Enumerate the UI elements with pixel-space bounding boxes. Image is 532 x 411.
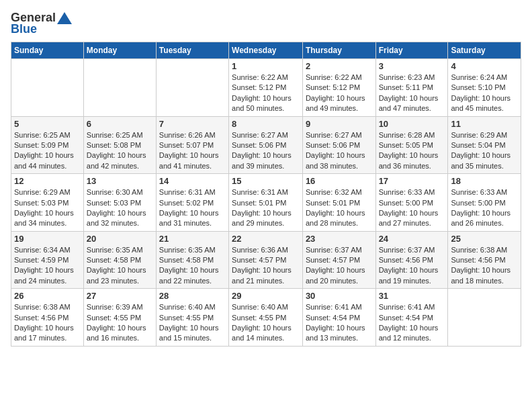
- calendar-cell: 1Sunrise: 6:22 AM Sunset: 5:12 PM Daylig…: [229, 59, 303, 117]
- day-info: Sunrise: 6:41 AM Sunset: 4:54 PM Dayligh…: [379, 302, 445, 344]
- day-info: Sunrise: 6:25 AM Sunset: 5:08 PM Dayligh…: [87, 130, 153, 172]
- day-info: Sunrise: 6:39 AM Sunset: 4:55 PM Dayligh…: [87, 302, 153, 344]
- weekday-header-cell: Thursday: [302, 42, 375, 59]
- svg-marker-0: [57, 12, 72, 24]
- calendar-cell: 26Sunrise: 6:38 AM Sunset: 4:56 PM Dayli…: [11, 289, 84, 347]
- weekday-header-cell: Sunday: [11, 42, 84, 59]
- day-info: Sunrise: 6:29 AM Sunset: 5:04 PM Dayligh…: [451, 130, 518, 172]
- calendar-cell: 19Sunrise: 6:34 AM Sunset: 4:59 PM Dayli…: [11, 231, 84, 289]
- weekday-header-cell: Saturday: [448, 42, 521, 59]
- calendar-cell: [448, 289, 521, 347]
- calendar-cell: 12Sunrise: 6:29 AM Sunset: 5:03 PM Dayli…: [11, 174, 84, 232]
- calendar-cell: 20Sunrise: 6:35 AM Sunset: 4:58 PM Dayli…: [83, 231, 156, 289]
- day-number: 9: [306, 119, 373, 129]
- day-info: Sunrise: 6:24 AM Sunset: 5:10 PM Dayligh…: [451, 73, 518, 114]
- calendar-cell: 10Sunrise: 6:28 AM Sunset: 5:05 PM Dayli…: [375, 116, 448, 174]
- day-info: Sunrise: 6:29 AM Sunset: 5:03 PM Dayligh…: [14, 187, 81, 229]
- calendar-cell: 14Sunrise: 6:31 AM Sunset: 5:02 PM Dayli…: [156, 174, 228, 232]
- calendar-week-row: 12Sunrise: 6:29 AM Sunset: 5:03 PM Dayli…: [11, 174, 521, 232]
- day-info: Sunrise: 6:34 AM Sunset: 4:59 PM Dayligh…: [14, 245, 81, 287]
- calendar-week-row: 26Sunrise: 6:38 AM Sunset: 4:56 PM Dayli…: [11, 289, 521, 347]
- day-number: 17: [379, 176, 445, 186]
- calendar-cell: [156, 59, 228, 117]
- day-number: 11: [451, 119, 518, 129]
- day-number: 2: [306, 61, 373, 71]
- day-info: Sunrise: 6:31 AM Sunset: 5:02 PM Dayligh…: [159, 187, 226, 229]
- day-number: 24: [379, 234, 445, 244]
- calendar-cell: 25Sunrise: 6:38 AM Sunset: 4:56 PM Dayli…: [448, 231, 521, 289]
- day-info: Sunrise: 6:28 AM Sunset: 5:05 PM Dayligh…: [379, 130, 445, 172]
- day-number: 31: [379, 291, 445, 301]
- day-info: Sunrise: 6:26 AM Sunset: 5:07 PM Dayligh…: [159, 130, 226, 172]
- calendar-cell: 11Sunrise: 6:29 AM Sunset: 5:04 PM Dayli…: [448, 116, 521, 174]
- weekday-header-row: SundayMondayTuesdayWednesdayThursdayFrid…: [11, 42, 521, 59]
- calendar-week-row: 1Sunrise: 6:22 AM Sunset: 5:12 PM Daylig…: [11, 59, 521, 117]
- calendar-cell: 5Sunrise: 6:25 AM Sunset: 5:09 PM Daylig…: [11, 116, 84, 174]
- day-info: Sunrise: 6:32 AM Sunset: 5:01 PM Dayligh…: [306, 187, 373, 229]
- calendar-table: SundayMondayTuesdayWednesdayThursdayFrid…: [11, 42, 521, 347]
- day-number: 22: [232, 234, 300, 244]
- logo-triangle-icon: [57, 12, 72, 24]
- calendar-cell: 9Sunrise: 6:27 AM Sunset: 5:06 PM Daylig…: [302, 116, 375, 174]
- calendar-cell: 27Sunrise: 6:39 AM Sunset: 4:55 PM Dayli…: [83, 289, 156, 347]
- logo-blue-text: Blue: [11, 22, 37, 36]
- calendar-cell: 16Sunrise: 6:32 AM Sunset: 5:01 PM Dayli…: [302, 174, 375, 232]
- calendar-cell: 21Sunrise: 6:35 AM Sunset: 4:58 PM Dayli…: [156, 231, 228, 289]
- calendar-cell: 4Sunrise: 6:24 AM Sunset: 5:10 PM Daylig…: [448, 59, 521, 117]
- day-number: 10: [379, 119, 445, 129]
- calendar-cell: 24Sunrise: 6:37 AM Sunset: 4:56 PM Dayli…: [375, 231, 448, 289]
- day-number: 27: [87, 291, 153, 301]
- calendar-cell: 6Sunrise: 6:25 AM Sunset: 5:08 PM Daylig…: [83, 116, 156, 174]
- calendar-week-row: 19Sunrise: 6:34 AM Sunset: 4:59 PM Dayli…: [11, 231, 521, 289]
- day-info: Sunrise: 6:35 AM Sunset: 4:58 PM Dayligh…: [87, 245, 153, 287]
- calendar-cell: 17Sunrise: 6:33 AM Sunset: 5:00 PM Dayli…: [375, 174, 448, 232]
- day-number: 8: [232, 119, 300, 129]
- day-number: 19: [14, 234, 81, 244]
- calendar-body: 1Sunrise: 6:22 AM Sunset: 5:12 PM Daylig…: [11, 59, 521, 347]
- day-info: Sunrise: 6:23 AM Sunset: 5:11 PM Dayligh…: [379, 73, 445, 114]
- day-number: 26: [14, 291, 81, 301]
- calendar-cell: 2Sunrise: 6:22 AM Sunset: 5:12 PM Daylig…: [302, 59, 375, 117]
- weekday-header-cell: Friday: [375, 42, 448, 59]
- day-number: 23: [306, 234, 373, 244]
- weekday-header-cell: Wednesday: [229, 42, 303, 59]
- logo: General Blue: [11, 11, 72, 36]
- calendar-cell: [83, 59, 156, 117]
- calendar-cell: 28Sunrise: 6:40 AM Sunset: 4:55 PM Dayli…: [156, 289, 228, 347]
- calendar-cell: 8Sunrise: 6:27 AM Sunset: 5:06 PM Daylig…: [229, 116, 303, 174]
- day-info: Sunrise: 6:25 AM Sunset: 5:09 PM Dayligh…: [14, 130, 81, 172]
- day-number: 21: [159, 234, 226, 244]
- calendar-cell: 29Sunrise: 6:40 AM Sunset: 4:55 PM Dayli…: [229, 289, 303, 347]
- day-info: Sunrise: 6:37 AM Sunset: 4:56 PM Dayligh…: [379, 245, 445, 287]
- day-number: 7: [159, 119, 226, 129]
- day-info: Sunrise: 6:40 AM Sunset: 4:55 PM Dayligh…: [159, 302, 226, 344]
- day-number: 4: [451, 61, 518, 71]
- day-info: Sunrise: 6:38 AM Sunset: 4:56 PM Dayligh…: [451, 245, 518, 287]
- day-info: Sunrise: 6:27 AM Sunset: 5:06 PM Dayligh…: [306, 130, 373, 172]
- day-number: 30: [306, 291, 373, 301]
- day-number: 13: [87, 176, 153, 186]
- calendar-cell: 13Sunrise: 6:30 AM Sunset: 5:03 PM Dayli…: [83, 174, 156, 232]
- day-number: 20: [87, 234, 153, 244]
- day-number: 12: [14, 176, 81, 186]
- day-number: 18: [451, 176, 518, 186]
- day-number: 14: [159, 176, 226, 186]
- calendar-cell: [11, 59, 84, 117]
- calendar-cell: 23Sunrise: 6:37 AM Sunset: 4:57 PM Dayli…: [302, 231, 375, 289]
- day-number: 6: [87, 119, 153, 129]
- day-info: Sunrise: 6:22 AM Sunset: 5:12 PM Dayligh…: [232, 73, 300, 114]
- day-info: Sunrise: 6:27 AM Sunset: 5:06 PM Dayligh…: [232, 130, 300, 172]
- weekday-header-cell: Monday: [83, 42, 156, 59]
- day-info: Sunrise: 6:33 AM Sunset: 5:00 PM Dayligh…: [451, 187, 518, 229]
- calendar-cell: 3Sunrise: 6:23 AM Sunset: 5:11 PM Daylig…: [375, 59, 448, 117]
- day-number: 3: [379, 61, 445, 71]
- calendar-cell: 18Sunrise: 6:33 AM Sunset: 5:00 PM Dayli…: [448, 174, 521, 232]
- calendar-cell: 22Sunrise: 6:36 AM Sunset: 4:57 PM Dayli…: [229, 231, 303, 289]
- day-info: Sunrise: 6:31 AM Sunset: 5:01 PM Dayligh…: [232, 187, 300, 229]
- day-info: Sunrise: 6:41 AM Sunset: 4:54 PM Dayligh…: [306, 302, 373, 344]
- day-info: Sunrise: 6:38 AM Sunset: 4:56 PM Dayligh…: [14, 302, 81, 344]
- header: General Blue: [11, 11, 521, 36]
- day-info: Sunrise: 6:22 AM Sunset: 5:12 PM Dayligh…: [306, 73, 373, 114]
- day-info: Sunrise: 6:33 AM Sunset: 5:00 PM Dayligh…: [379, 187, 445, 229]
- day-number: 25: [451, 234, 518, 244]
